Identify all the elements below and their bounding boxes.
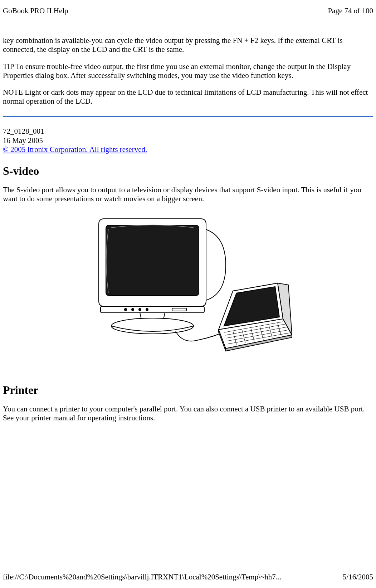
copyright-link[interactable]: © 2005 Itronix Corporation. All rights r… — [3, 145, 147, 154]
page-indicator: Page 74 of 100 — [328, 6, 373, 15]
document-code: 72_0128_001 — [3, 127, 373, 136]
svg-rect-0 — [101, 306, 204, 313]
svg-point-4 — [146, 308, 148, 311]
monitor-laptop-icon — [83, 212, 294, 360]
paragraph-s-video: The S-video port allows you to output to… — [3, 186, 373, 203]
heading-printer: Printer — [3, 383, 373, 397]
divider — [3, 116, 373, 117]
footer-path: file://C:\Documents%20and%20Settings\bar… — [3, 573, 282, 582]
heading-s-video: S-video — [3, 164, 373, 178]
svg-point-2 — [132, 308, 134, 311]
paragraph-tip: TIP To ensure trouble-free video output,… — [3, 62, 373, 80]
paragraph-note: NOTE Light or dark dots may appear on th… — [3, 88, 373, 106]
footer-date: 5/16/2005 — [343, 573, 373, 582]
header-title: GoBook PRO II Help — [3, 6, 68, 15]
svg-rect-5 — [172, 308, 186, 311]
paragraph-printer: You can connect a printer to your comput… — [3, 405, 373, 423]
s-video-illustration — [3, 212, 373, 362]
svg-point-1 — [124, 308, 127, 311]
paragraph-key-combination: key combination is available-you can cyc… — [3, 36, 373, 54]
document-date: 16 May 2005 — [3, 136, 373, 145]
svg-point-3 — [139, 308, 141, 311]
